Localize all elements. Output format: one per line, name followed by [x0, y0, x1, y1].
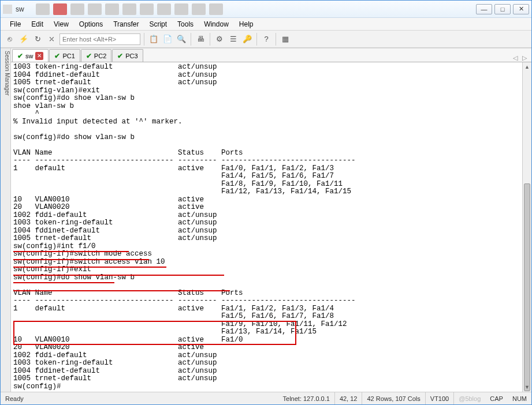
toolbar-separator — [210, 33, 210, 46]
extra-icon[interactable]: ▦ — [280, 33, 291, 45]
menu-help[interactable]: Help — [235, 19, 258, 29]
status-num: NUM — [508, 392, 531, 404]
tab-scroll-left-icon[interactable]: ◁ — [513, 54, 518, 62]
status-emulation: VT100 — [426, 392, 454, 404]
help-icon[interactable]: ? — [261, 33, 272, 45]
window-title: sw — [16, 5, 24, 13]
tab-sw[interactable]: ✔ sw ✕ — [12, 49, 49, 62]
menu-window[interactable]: Window — [199, 19, 233, 29]
status-caps: CAP — [485, 392, 508, 404]
connect-icon[interactable]: ⎋ — [4, 33, 16, 45]
tab-label: sw — [25, 52, 33, 59]
close-button[interactable]: ✕ — [513, 4, 529, 14]
check-icon: ✔ — [117, 52, 123, 60]
key-icon[interactable]: 🔑 — [241, 33, 253, 45]
vertical-scrollbar[interactable]: ▲ ▼ — [522, 62, 531, 392]
print-icon[interactable]: 🖶 — [195, 33, 206, 45]
menu-options[interactable]: Options — [75, 19, 107, 29]
watermark: @5blog — [454, 395, 485, 402]
settings-icon[interactable]: ⚙ — [214, 33, 225, 45]
check-icon: ✔ — [17, 52, 23, 60]
session-manager-tab[interactable]: Session Manager — [1, 48, 11, 392]
tab-scroll-right-icon[interactable]: ▷ — [522, 54, 527, 62]
tab-label: PC1 — [62, 52, 75, 59]
session-tabs: ✔ sw ✕ ✔ PC1 ✔ PC2 ✔ PC3 ◁ ▷ — [11, 48, 531, 62]
reconnect-icon[interactable]: ↻ — [32, 33, 43, 45]
titlebar-blur-icons — [24, 3, 476, 15]
terminal[interactable]: 1003 token-ring-default act/unsup 1004 f… — [11, 62, 531, 392]
menu-file[interactable]: File — [5, 19, 25, 29]
terminal-output: 1003 token-ring-default act/unsup 1004 f… — [11, 62, 531, 392]
toolbar: ⎋ ⚡ ↻ ⤫ 📋 📄 🔍 🖶 ⚙ ☰ 🔑 ? ▦ — [1, 31, 531, 48]
titlebar[interactable]: sw — □ ✕ — [1, 1, 531, 18]
app-window: sw — □ ✕ File Edit View Options Transfer… — [0, 0, 532, 405]
tab-pc1[interactable]: ✔ PC1 — [49, 49, 80, 62]
menu-transfer[interactable]: Transfer — [109, 19, 143, 29]
scroll-thumb[interactable] — [524, 183, 530, 391]
maximize-button[interactable]: □ — [494, 4, 511, 14]
host-input[interactable] — [59, 33, 140, 45]
toolbar-separator — [144, 33, 144, 46]
tab-pc2[interactable]: ✔ PC2 — [81, 49, 111, 62]
scroll-up-icon[interactable]: ▲ — [523, 62, 531, 72]
find-icon[interactable]: 🔍 — [176, 33, 187, 45]
scroll-down-icon[interactable]: ▼ — [523, 382, 531, 392]
toolbar-separator — [256, 33, 257, 46]
tab-close-icon[interactable]: ✕ — [35, 52, 43, 60]
toolbar-separator — [276, 33, 276, 46]
paste-icon[interactable]: 📄 — [162, 33, 173, 45]
quick-connect-icon[interactable]: ⚡ — [18, 33, 29, 45]
toolbar-separator — [191, 33, 191, 46]
tab-pc3[interactable]: ✔ PC3 — [112, 49, 143, 62]
menu-tools[interactable]: Tools — [173, 19, 198, 29]
status-dimensions: 42 Rows, 107 Cols — [362, 392, 425, 404]
copy-icon[interactable]: 📋 — [148, 33, 159, 45]
check-icon: ✔ — [86, 52, 92, 60]
session-options-icon[interactable]: ☰ — [228, 33, 239, 45]
minimize-button[interactable]: — — [476, 4, 492, 14]
menu-view[interactable]: View — [49, 19, 73, 29]
tab-label: PC3 — [125, 52, 137, 59]
check-icon: ✔ — [54, 52, 60, 60]
statusbar: Ready Telnet: 127.0.0.1 42, 12 42 Rows, … — [1, 392, 531, 404]
main-panel: ✔ sw ✕ ✔ PC1 ✔ PC2 ✔ PC3 ◁ ▷ — [11, 48, 531, 392]
status-connection: Telnet: 127.0.0.1 — [278, 392, 335, 404]
menu-script[interactable]: Script — [144, 19, 172, 29]
menubar: File Edit View Options Transfer Script T… — [1, 18, 531, 31]
work-area: Session Manager ✔ sw ✕ ✔ PC1 ✔ PC2 ✔ — [1, 48, 531, 392]
app-icon — [3, 5, 12, 14]
status-cursor: 42, 12 — [335, 392, 363, 404]
disconnect-icon[interactable]: ⤫ — [46, 33, 57, 45]
menu-edit[interactable]: Edit — [27, 19, 48, 29]
status-ready: Ready — [1, 392, 28, 404]
tab-label: PC2 — [94, 52, 106, 59]
